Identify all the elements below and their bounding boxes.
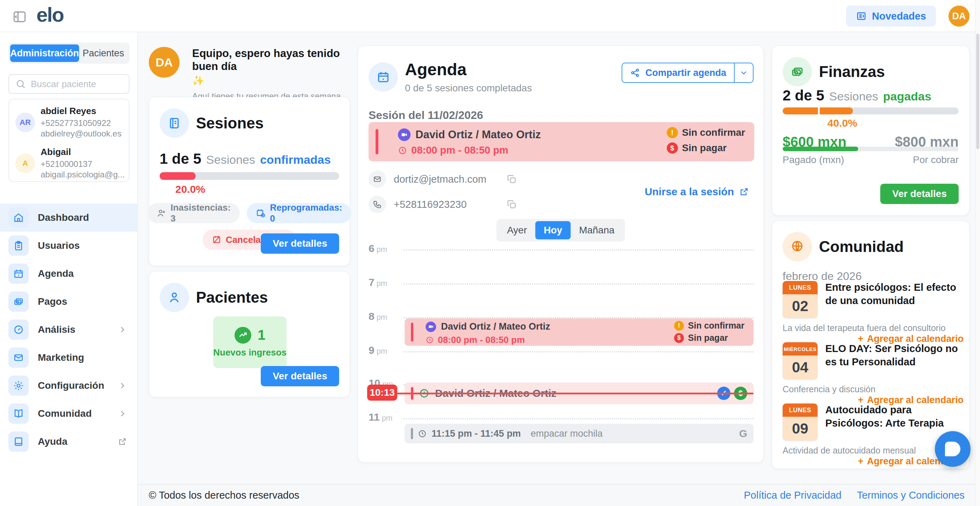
app-logo[interactable]: elo — [37, 3, 64, 26]
sidebar: Administración Pacientes AR abdiel Reyes… — [0, 32, 138, 506]
finanzas-count-label: Sesiones — [829, 89, 878, 103]
copy-icon[interactable] — [506, 199, 517, 210]
google-calendar-icon: G — [739, 428, 747, 439]
tab-manana[interactable]: Mañana — [571, 221, 623, 239]
community-event-subtitle: Actividad de autocuidado mensual — [783, 446, 916, 456]
copy-icon[interactable] — [506, 174, 517, 185]
pacientes-ver-detalles-button[interactable]: Ver detalles — [261, 366, 339, 386]
reprogramadas-label: Reprogramadas: 0 — [270, 202, 342, 224]
patient-list-item[interactable]: A Abigail +5210000137 abigail.psicologia… — [15, 146, 123, 180]
sidebar-item-ayuda[interactable]: Ayuda — [0, 428, 137, 456]
clipboard-icon — [8, 235, 29, 256]
tab-pacientes[interactable]: Pacientes — [79, 45, 128, 62]
calendar-icon — [369, 62, 398, 92]
community-event-title: Autocuidado para Psicólogos: Arte Terapi… — [825, 404, 960, 430]
event-accent-bar — [411, 428, 413, 439]
video-icon — [426, 321, 436, 332]
calendar-clock-icon — [256, 208, 266, 218]
chat-widget-button[interactable] — [935, 431, 970, 467]
agenda-card: Agenda 0 de 5 sesiones completadas Compa… — [358, 46, 764, 463]
session-time: 08:00 pm - 08:50 pm — [411, 145, 508, 156]
sidebar-item-label: Pagos — [38, 296, 67, 307]
sesiones-ver-detalles-button[interactable]: Ver detalles — [261, 233, 339, 254]
patient-list: AR abdiel Reyes +52527731050922 abdielre… — [8, 99, 129, 182]
current-time-line — [395, 393, 754, 395]
sidebar-item-label: Análisis — [38, 324, 75, 335]
share-dropdown-toggle[interactable] — [734, 63, 753, 82]
patient-avatar: A — [15, 154, 35, 173]
sesiones-title: Sesiones — [196, 115, 264, 132]
hour-label: 6pm — [369, 242, 387, 255]
sidebar-item-configuracion[interactable]: Configuración — [0, 372, 137, 399]
book-open-icon — [8, 404, 29, 424]
tab-administracion[interactable]: Administración — [10, 45, 79, 62]
session-email: dortiz@jetmach.com — [394, 173, 499, 185]
user-avatar[interactable]: DA — [948, 6, 969, 27]
status-sin-confirmar: ! Sin confirmar — [667, 127, 745, 138]
tab-hoy[interactable]: Hoy — [535, 221, 571, 239]
compartir-agenda-label: Compartir agenda — [645, 68, 726, 78]
finanzas-title: Finanzas — [819, 63, 885, 81]
calendar-icon — [8, 264, 29, 284]
sidebar-collapse-icon[interactable] — [12, 9, 27, 24]
clock-icon — [426, 336, 434, 344]
event-day: MIÉRCOLES — [783, 342, 818, 355]
reprogramadas-badge: Reprogramadas: 0 — [247, 203, 352, 223]
terms-link[interactable]: Terminos y Condiciones — [857, 490, 965, 501]
help-book-icon — [8, 431, 29, 452]
sidebar-item-agenda[interactable]: Agenda — [0, 259, 137, 288]
sidebar-item-analisis[interactable]: Análisis — [0, 316, 137, 344]
finanzas-ver-detalles-button[interactable]: Ver detalles — [880, 184, 959, 204]
sidebar-item-pagos[interactable]: Pagos — [0, 288, 137, 316]
status-sin-pagar: $ Sin pagar — [674, 333, 728, 343]
search-input[interactable] — [31, 79, 123, 89]
patient-name: abdiel Reyes — [41, 106, 121, 116]
session-card[interactable]: David Ortiz / Mateo Ortiz 08:00 pm - 08:… — [369, 122, 754, 161]
sidebar-item-comunidad[interactable]: Comunidad — [0, 399, 137, 428]
share-icon — [630, 68, 641, 78]
sidebar-item-label: Comunidad — [38, 408, 92, 419]
hour-label: 9pm — [369, 344, 387, 356]
clock-icon — [418, 430, 426, 438]
chevron-right-icon — [118, 381, 127, 390]
sidebar-item-usuarios[interactable]: Usuarios — [0, 232, 137, 259]
tab-ayer[interactable]: Ayer — [498, 221, 535, 239]
hour-label: 11pm — [369, 411, 392, 423]
patient-email: abdielrey@outlook.es — [41, 129, 121, 139]
pagado-label: Pagado (mxn) — [783, 154, 844, 165]
video-icon — [398, 129, 410, 141]
page-scrollbar[interactable] — [975, 0, 980, 506]
community-event-subtitle: La vida del terapeuta fuera del consulto… — [783, 323, 946, 333]
plus-icon: + — [858, 456, 864, 467]
unirse-sesion-link[interactable]: Unirse a la sesión — [645, 186, 749, 198]
sesiones-count-accent: confirmadas — [260, 153, 331, 167]
sidebar-mode-tabs: Administración Pacientes — [8, 43, 129, 64]
sesiones-progress-track — [160, 172, 339, 180]
news-icon — [856, 11, 867, 22]
external-link-icon — [739, 186, 749, 197]
scrollbar-thumb[interactable] — [976, 33, 979, 149]
session-accent-bar — [375, 129, 379, 154]
timeline-event-11pm[interactable]: 11:15 pm - 11:45 pm empacar mochila G — [405, 424, 754, 443]
notebook-icon — [160, 108, 189, 138]
sidebar-item-marketing[interactable]: Marketing — [0, 344, 137, 372]
timeline-event-8pm[interactable]: David Ortiz / Mateo Ortiz 08:00 pm - 08:… — [405, 318, 754, 346]
novedades-button[interactable]: Novedades — [846, 6, 936, 27]
compartir-agenda-button[interactable]: Compartir agenda — [622, 63, 754, 83]
community-event-date: MIÉRCOLES 04 — [783, 342, 818, 379]
chat-bubble-icon — [945, 442, 960, 456]
warning-icon: ! — [674, 321, 684, 331]
sesiones-card: Sesiones 1 de 5 Sesiones confirmadas 20.… — [149, 97, 350, 266]
hour-gridline — [404, 250, 754, 251]
sin-confirmar-label: Sin confirmar — [682, 127, 745, 138]
hour-gridline — [404, 283, 754, 285]
pacientes-card: Pacientes 1 Nuevos ingresos Ver detalles — [149, 271, 350, 397]
trending-up-icon — [234, 327, 251, 344]
paid-progress-track — [783, 146, 959, 151]
patient-list-item[interactable]: AR abdiel Reyes +52527731050922 abdielre… — [15, 106, 123, 139]
dollar-icon: $ — [667, 142, 678, 154]
sidebar-item-label: Usuarios — [38, 240, 80, 251]
sidebar-item-dashboard[interactable]: Dashboard — [0, 204, 137, 232]
agenda-timeline: 6pm 7pm 8pm 9pm 10pm 11pm David Ortiz / … — [369, 242, 754, 456]
privacy-link[interactable]: Política de Privacidad — [744, 490, 842, 501]
